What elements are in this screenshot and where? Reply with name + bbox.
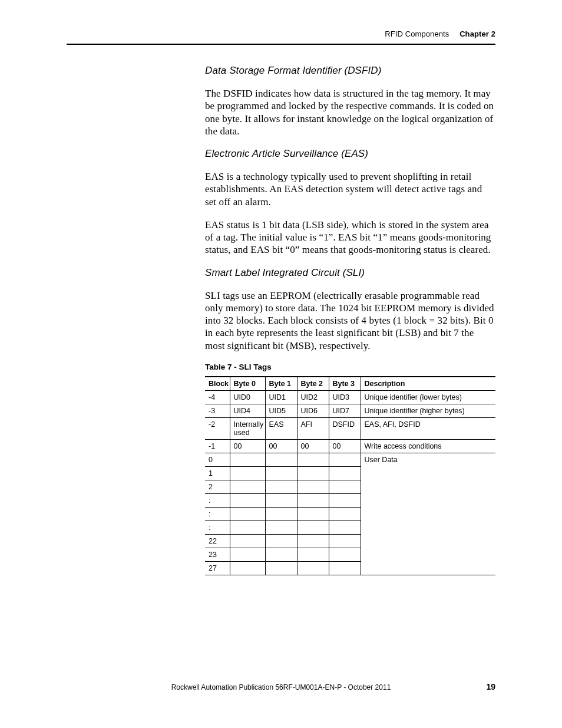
para-eas-2: EAS status is 1 bit data (LSB side), whi… [205, 219, 495, 256]
table-caption: Table 7 - SLI Tags [205, 363, 495, 371]
cell [265, 561, 297, 575]
heading-dsfid: Data Storage Format Identifier (DSFID) [205, 65, 495, 77]
cell [265, 493, 297, 507]
cell [230, 453, 265, 466]
table-row: 0 User Data [205, 453, 495, 466]
table-row: -3 UID4 UID5 UID6 UID7 Unique identifier… [205, 404, 495, 417]
cell [265, 548, 297, 561]
cell [329, 534, 361, 548]
cell: UID6 [297, 404, 329, 417]
cell: UID3 [329, 390, 361, 404]
cell: UID2 [297, 390, 329, 404]
cell: 00 [329, 439, 361, 453]
cell: UID0 [230, 390, 265, 404]
cell [297, 534, 329, 548]
cell: -4 [205, 390, 230, 404]
cell [265, 534, 297, 548]
cell [297, 493, 329, 507]
cell [297, 521, 329, 534]
cell: Unique identifier (lower bytes) [361, 390, 495, 404]
footer-publication: Rockwell Automation Publication 56RF-UM0… [67, 683, 495, 691]
cell [329, 480, 361, 493]
para-sli: SLI tags use an EEPROM (electrically era… [205, 289, 495, 352]
cell: UID7 [329, 404, 361, 417]
running-header: RFID Components Chapter 2 [67, 29, 495, 45]
cell: 00 [265, 439, 297, 453]
table-row: -2 Internally used EAS AFI DSFID EAS, AF… [205, 417, 495, 439]
cell: Write access conditions [361, 439, 495, 453]
cell: Unique identifier (higher bytes) [361, 404, 495, 417]
cell [230, 480, 265, 493]
th-byte2: Byte 2 [297, 377, 329, 391]
cell: 22 [205, 534, 230, 548]
th-byte0: Byte 0 [230, 377, 265, 391]
cell: EAS [265, 417, 297, 439]
cell: : [205, 507, 230, 521]
table-row: -1 00 00 00 00 Write access conditions [205, 439, 495, 453]
page-body: Data Storage Format Identifier (DSFID) T… [205, 65, 495, 575]
heading-eas: Electronic Article Surveillance (EAS) [205, 148, 495, 160]
cell [265, 480, 297, 493]
cell: 2 [205, 480, 230, 493]
cell [329, 521, 361, 534]
cell [297, 480, 329, 493]
header-section: RFID Components [385, 29, 449, 38]
cell [265, 507, 297, 521]
th-block: Block [205, 377, 230, 391]
cell [297, 548, 329, 561]
cell [329, 507, 361, 521]
cell: : [205, 493, 230, 507]
th-byte3: Byte 3 [329, 377, 361, 391]
cell: -2 [205, 417, 230, 439]
cell: 00 [297, 439, 329, 453]
cell-userdata: User Data [361, 453, 495, 575]
cell: -1 [205, 439, 230, 453]
cell [297, 453, 329, 466]
cell [265, 453, 297, 466]
cell: UID4 [230, 404, 265, 417]
cell: 1 [205, 466, 230, 480]
cell [329, 493, 361, 507]
cell [297, 507, 329, 521]
cell: -3 [205, 404, 230, 417]
cell [329, 561, 361, 575]
header-chapter: Chapter 2 [459, 29, 495, 38]
cell [230, 534, 265, 548]
cell: EAS, AFI, DSFID [361, 417, 495, 439]
cell [230, 561, 265, 575]
cell [230, 493, 265, 507]
cell: UID5 [265, 404, 297, 417]
cell [265, 521, 297, 534]
footer-page-number: 19 [486, 682, 495, 691]
th-byte1: Byte 1 [265, 377, 297, 391]
cell: 0 [205, 453, 230, 466]
heading-sli: Smart Label Integrated Circuit (SLI) [205, 267, 495, 279]
cell [297, 466, 329, 480]
cell: AFI [297, 417, 329, 439]
para-eas-1: EAS is a technology typically used to pr… [205, 170, 495, 208]
cell [265, 466, 297, 480]
table-head-row: Block Byte 0 Byte 1 Byte 2 Byte 3 Descri… [205, 377, 495, 391]
para-dsfid: The DSFID indicates how data is structur… [205, 87, 495, 137]
sli-table: Block Byte 0 Byte 1 Byte 2 Byte 3 Descri… [205, 376, 495, 575]
cell [329, 466, 361, 480]
cell: Internally used [230, 417, 265, 439]
cell [230, 507, 265, 521]
table-row: -4 UID0 UID1 UID2 UID3 Unique identifier… [205, 390, 495, 404]
cell [230, 466, 265, 480]
cell [329, 453, 361, 466]
cell [329, 548, 361, 561]
cell: DSFID [329, 417, 361, 439]
cell: 23 [205, 548, 230, 561]
cell [297, 561, 329, 575]
cell: 00 [230, 439, 265, 453]
th-desc: Description [361, 377, 495, 391]
cell: 27 [205, 561, 230, 575]
page-footer: Rockwell Automation Publication 56RF-UM0… [67, 683, 495, 691]
cell: UID1 [265, 390, 297, 404]
cell [230, 521, 265, 534]
cell: : [205, 521, 230, 534]
cell [230, 548, 265, 561]
